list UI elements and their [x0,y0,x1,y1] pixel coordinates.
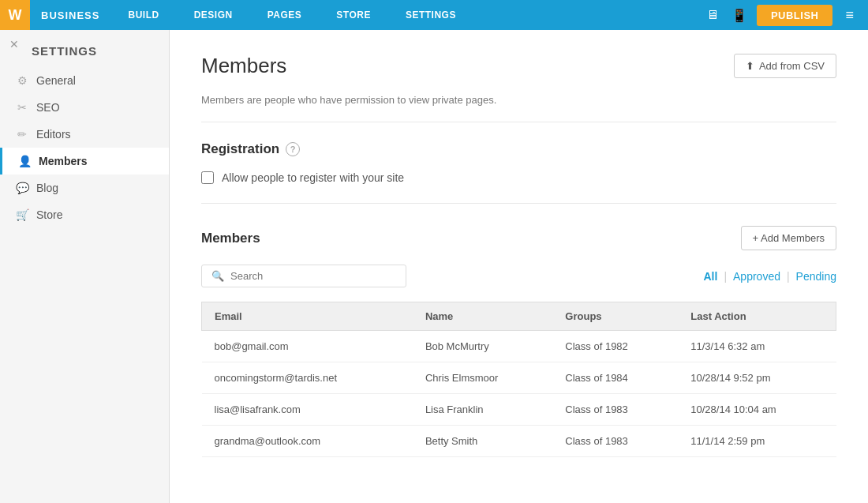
cell-name: Lisa Franklin [413,394,552,426]
table-row[interactable]: lisa@lisafrank.comLisa FranklinClass of … [202,394,836,426]
top-nav: W BUSINESS BUILD DESIGN PAGES STORE SETT… [0,0,868,30]
sidebar-item-blog-label: Blog [36,182,58,194]
add-csv-label: Add from CSV [759,60,825,72]
sidebar-item-editors[interactable]: ✏ Editors [0,121,169,148]
nav-store[interactable]: STORE [319,0,388,30]
edit-icon: ✏ [16,128,28,141]
table-row[interactable]: bob@gmail.comBob McMurtryClass of 198211… [202,331,836,362]
close-icon[interactable]: ✕ [9,38,19,51]
search-icon: 🔍 [211,270,224,282]
upload-icon: ⬆ [746,60,754,72]
members-tbody: bob@gmail.comBob McMurtryClass of 198211… [202,331,836,457]
help-icon[interactable]: ? [286,142,300,156]
nav-items: BUILD DESIGN PAGES STORE SETTINGS [110,0,702,30]
cell-email: bob@gmail.com [202,331,413,362]
col-name: Name [413,302,552,331]
person-icon: 👤 [18,155,31,167]
register-checkbox-label: Allow people to register with your site [222,171,404,184]
cell-groups: Class of 1983 [552,394,678,426]
store-icon: 🛒 [16,208,28,221]
cell-lastAction: 10/28/14 10:04 am [678,394,836,426]
cell-groups: Class of 1984 [552,362,678,394]
members-section-title: Members [201,231,260,246]
filter-all[interactable]: All [704,270,718,283]
cell-groups: Class of 1983 [552,426,678,457]
members-table: Email Name Groups Last Action bob@gmail.… [201,302,836,457]
main-layout: ✕ SETTINGS ⚙ General ✂ SEO ✏ Editors 👤 M… [0,30,868,503]
add-members-button[interactable]: + Add Members [741,226,836,250]
col-last-action: Last Action [678,302,836,331]
members-section-header: Members + Add Members [201,226,836,250]
nav-pages[interactable]: PAGES [250,0,320,30]
brand-name: BUSINESS [30,9,110,21]
table-row[interactable]: grandma@outlook.comBetty SmithClass of 1… [202,426,836,457]
main-content: Members ⬆ Add from CSV Members are peopl… [170,30,868,503]
logo: W [0,0,30,30]
filter-links: All | Approved | Pending [704,270,837,283]
search-input[interactable] [230,270,396,282]
sidebar-title: SETTINGS [0,38,169,67]
sidebar: ✕ SETTINGS ⚙ General ✂ SEO ✏ Editors 👤 M… [0,30,170,503]
seo-icon: ✂ [16,101,28,114]
sidebar-item-general[interactable]: ⚙ General [0,67,169,94]
page-title: Members [201,54,286,78]
filter-pending[interactable]: Pending [796,270,836,283]
sidebar-item-store-label: Store [36,208,62,221]
nav-settings[interactable]: SETTINGS [388,0,473,30]
sidebar-item-general-label: General [36,74,76,87]
sidebar-item-seo-label: SEO [36,101,60,114]
mobile-view-icon[interactable]: 📱 [728,5,750,26]
table-header: Email Name Groups Last Action [202,302,836,331]
filter-sep-2: | [787,270,790,283]
nav-build[interactable]: BUILD [110,0,176,30]
add-from-csv-button[interactable]: ⬆ Add from CSV [734,54,836,78]
table-row[interactable]: oncomingstorm@tardis.netChris ElmsmoorCl… [202,362,836,394]
filter-sep-1: | [724,270,727,283]
cell-lastAction: 11/3/14 6:32 am [678,331,836,362]
cell-lastAction: 10/28/14 9:52 pm [678,362,836,394]
cell-email: oncomingstorm@tardis.net [202,362,413,394]
nav-design[interactable]: DESIGN [177,0,250,30]
hamburger-menu-icon[interactable]: ≡ [839,4,860,27]
registration-checkbox-row: Allow people to register with your site [201,171,836,204]
desktop-view-icon[interactable]: 🖥 [703,5,722,25]
sidebar-item-store[interactable]: 🛒 Store [0,201,169,228]
blog-icon: 💬 [16,182,28,194]
sidebar-item-editors-label: Editors [36,128,71,141]
filter-approved[interactable]: Approved [733,270,780,283]
cell-lastAction: 11/1/14 2:59 pm [678,426,836,457]
nav-right: 🖥 📱 PUBLISH ≡ [703,4,868,27]
cell-groups: Class of 1982 [552,331,678,362]
cell-name: Chris Elmsmoor [413,362,552,394]
sidebar-item-blog[interactable]: 💬 Blog [0,175,169,201]
cell-email: grandma@outlook.com [202,426,413,457]
allow-register-checkbox[interactable] [201,171,214,184]
page-header: Members ⬆ Add from CSV [201,54,836,78]
publish-button[interactable]: PUBLISH [757,5,833,26]
gear-icon: ⚙ [16,74,28,87]
sidebar-item-members-label: Members [39,155,87,167]
col-groups: Groups [552,302,678,331]
sidebar-item-seo[interactable]: ✂ SEO [0,94,169,121]
col-email: Email [202,302,413,331]
filter-row: 🔍 All | Approved | Pending [201,265,836,287]
table-header-row: Email Name Groups Last Action [202,302,836,331]
description-text: Members are people who have permission t… [201,94,836,122]
cell-name: Betty Smith [413,426,552,457]
search-box[interactable]: 🔍 [201,265,406,287]
cell-email: lisa@lisafrank.com [202,394,413,426]
cell-name: Bob McMurtry [413,331,552,362]
sidebar-item-members[interactable]: 👤 Members [0,148,169,175]
registration-section-title: Registration ? [201,141,836,157]
